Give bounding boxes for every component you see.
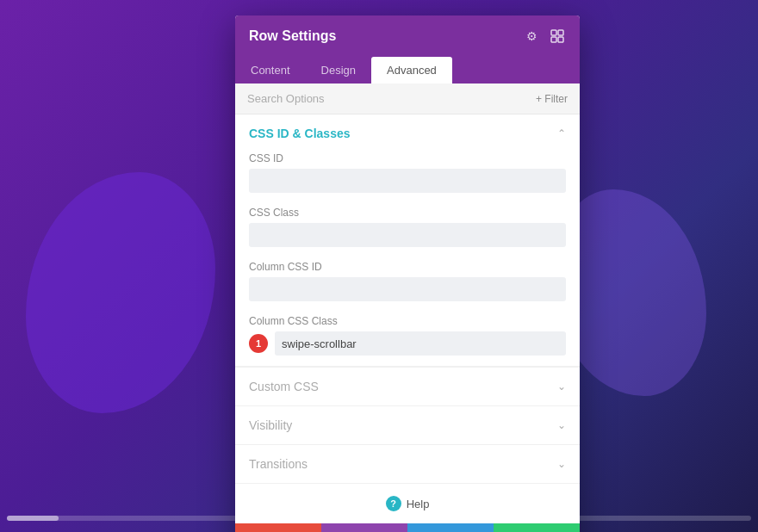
search-bar: Search Options + Filter (235, 84, 580, 114)
css-class-label: CSS Class (249, 207, 566, 219)
custom-css-chevron: ⌄ (557, 380, 566, 393)
tab-design[interactable]: Design (306, 57, 371, 84)
undo-button[interactable]: ↺ (321, 523, 407, 532)
visibility-title: Visibility (249, 418, 292, 432)
scrollbar-thumb (7, 516, 59, 521)
settings-icon[interactable]: ⚙ (523, 28, 540, 45)
cancel-button[interactable]: ✕ (235, 523, 321, 532)
column-css-id-field-group: Column CSS ID (235, 257, 580, 312)
css-id-classes-toggle[interactable]: ⌃ (557, 127, 566, 139)
transitions-title: Transitions (249, 457, 308, 471)
svg-rect-2 (551, 37, 556, 42)
tab-content[interactable]: Content (235, 57, 306, 84)
svg-rect-1 (558, 30, 563, 35)
visibility-section[interactable]: Visibility ⌄ (235, 405, 580, 444)
modal-title: Row Settings (249, 28, 336, 44)
redo-button[interactable]: ↻ (407, 523, 494, 532)
css-id-classes-header: CSS ID & Classes ⌃ (235, 114, 580, 149)
css-id-label: CSS ID (249, 152, 566, 164)
column-css-class-badge: 1 (249, 334, 268, 353)
column-css-class-input[interactable] (275, 331, 566, 356)
row-settings-modal: Row Settings ⚙ Content Design Advanced S… (235, 15, 580, 532)
help-label: Help (407, 498, 430, 510)
column-css-id-label: Column CSS ID (249, 261, 566, 273)
modal-scroll[interactable]: CSS ID & Classes ⌃ CSS ID CSS Class Colu… (235, 114, 580, 523)
transitions-section[interactable]: Transitions ⌄ (235, 444, 580, 483)
bg-blob-left (26, 172, 215, 413)
column-css-class-row: 1 (249, 331, 566, 356)
column-css-id-input[interactable] (249, 277, 566, 301)
transitions-chevron: ⌄ (557, 458, 566, 470)
svg-rect-0 (551, 30, 556, 35)
column-css-class-label: Column CSS Class (249, 315, 566, 327)
help-row[interactable]: ? Help (235, 483, 580, 523)
visibility-chevron: ⌄ (557, 419, 566, 431)
tab-advanced[interactable]: Advanced (371, 57, 452, 84)
expand-icon[interactable] (549, 28, 566, 45)
modal-footer: ✕ ↺ ↻ ✓ (235, 523, 580, 532)
modal-header: Row Settings ⚙ (235, 15, 580, 57)
css-id-field-group: CSS ID (235, 149, 580, 203)
save-button[interactable]: ✓ (494, 523, 580, 532)
search-placeholder: Search Options (247, 92, 325, 105)
css-id-classes-title: CSS ID & Classes (249, 127, 351, 140)
css-class-field-group: CSS Class (235, 203, 580, 257)
modal-tabs: Content Design Advanced (235, 57, 580, 84)
filter-button[interactable]: + Filter (536, 93, 568, 105)
modal-body: Search Options + Filter CSS ID & Classes… (235, 84, 580, 523)
custom-css-section[interactable]: Custom CSS ⌄ (235, 367, 580, 405)
css-class-input[interactable] (249, 223, 566, 247)
css-id-input[interactable] (249, 169, 566, 193)
svg-rect-3 (558, 37, 563, 42)
column-css-class-field-group: Column CSS Class 1 (235, 312, 580, 366)
help-icon: ? (386, 496, 401, 511)
custom-css-title: Custom CSS (249, 380, 319, 393)
header-icons: ⚙ (523, 28, 566, 45)
